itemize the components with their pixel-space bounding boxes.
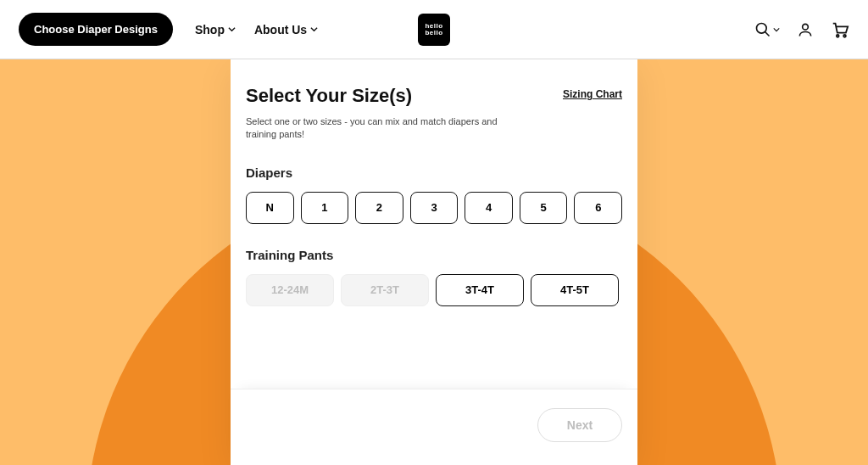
training-size-2t-3t: 2T-3T: [341, 274, 429, 306]
diaper-size-3[interactable]: 3: [410, 192, 459, 224]
user-icon: [797, 21, 814, 38]
header-actions: [754, 20, 849, 39]
diaper-size-6[interactable]: 6: [574, 192, 622, 224]
training-size-3t-4t[interactable]: 3T-4T: [436, 274, 524, 306]
size-selector-card: Select Your Size(s) Sizing Chart Select …: [231, 59, 637, 465]
svg-point-3: [837, 34, 839, 36]
search-icon: [754, 21, 771, 38]
next-button[interactable]: Next: [537, 408, 622, 442]
account-button[interactable]: [797, 21, 814, 38]
nav-shop-label: Shop: [195, 23, 225, 36]
sizing-chart-link[interactable]: Sizing Chart: [563, 88, 622, 100]
diaper-size-2[interactable]: 2: [355, 192, 403, 224]
training-pants-size-row: 12-24M 2T-3T 3T-4T 4T-5T: [246, 274, 622, 306]
diaper-size-5[interactable]: 5: [520, 192, 568, 224]
page-background: Select Your Size(s) Sizing Chart Select …: [0, 59, 868, 465]
chevron-down-icon: [228, 25, 236, 33]
site-header: Choose Diaper Designs Shop About Us hell…: [0, 0, 868, 59]
cart-button[interactable]: [831, 20, 849, 39]
chevron-down-icon: [310, 25, 318, 33]
nav-shop[interactable]: Shop: [195, 23, 236, 36]
card-title: Select Your Size(s): [246, 85, 412, 107]
logo-text-bottom: bello: [425, 30, 442, 36]
svg-point-4: [843, 34, 846, 36]
brand-logo[interactable]: hello bello: [418, 14, 450, 46]
cart-icon: [831, 20, 849, 39]
diaper-size-row: N 1 2 3 4 5 6: [246, 192, 622, 224]
choose-designs-button[interactable]: Choose Diaper Designs: [19, 13, 173, 46]
diapers-section-label: Diapers: [246, 165, 622, 180]
training-pants-section-label: Training Pants: [246, 248, 622, 262]
diaper-size-1[interactable]: 1: [301, 192, 349, 224]
diaper-size-4[interactable]: 4: [465, 192, 513, 224]
training-size-4t-5t[interactable]: 4T-5T: [531, 274, 619, 306]
training-size-12-24m: 12-24M: [246, 274, 334, 306]
nav-about[interactable]: About Us: [254, 23, 318, 36]
primary-nav: Shop About Us: [195, 23, 318, 36]
card-footer: Next: [231, 389, 637, 465]
nav-about-label: About Us: [254, 23, 307, 36]
card-body: Select Your Size(s) Sizing Chart Select …: [231, 59, 637, 389]
svg-point-2: [803, 24, 809, 30]
svg-point-0: [757, 23, 767, 33]
card-subtitle: Select one or two sizes - you can mix an…: [246, 115, 500, 142]
search-button[interactable]: [754, 21, 780, 38]
diaper-size-n[interactable]: N: [246, 192, 294, 224]
chevron-down-icon: [773, 26, 780, 33]
svg-line-1: [765, 31, 770, 36]
